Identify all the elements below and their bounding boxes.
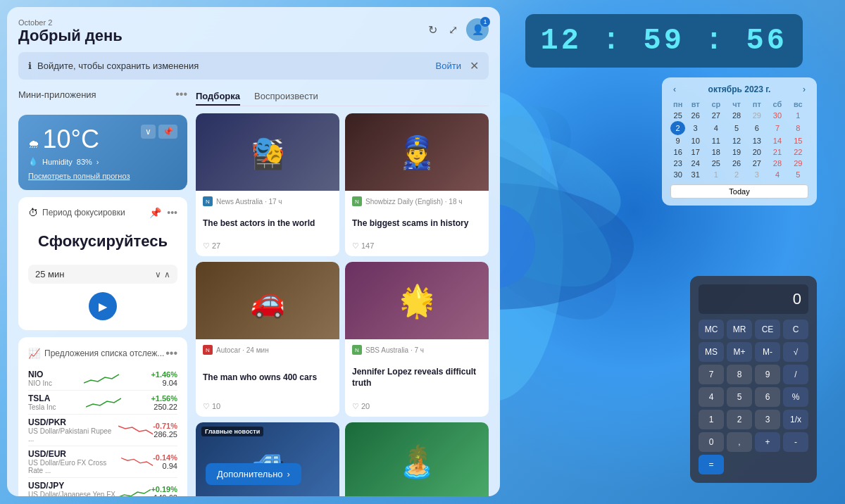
focus-timer-up-btn[interactable]: ∧ [164, 270, 170, 279]
expand-button[interactable]: ⤢ [446, 20, 461, 39]
calendar-day[interactable]: 17 [685, 146, 706, 158]
stock-item[interactable]: USD/JPY US Dollar/Japanese Yen FX ... +0… [28, 478, 177, 496]
close-banner-button[interactable]: ✕ [470, 59, 479, 73]
calendar-day[interactable]: 2 [727, 169, 747, 180]
news-card[interactable]: 👮 N Showbizz Daily (English) · 18 ч The … [345, 113, 489, 256]
calendar-day[interactable]: 25 [670, 110, 685, 121]
stock-item[interactable]: TSLA Tesla Inc +1.56% 250.22 [28, 391, 177, 415]
calendar-day[interactable]: 23 [670, 158, 685, 169]
calc-btn-eq[interactable]: = [699, 455, 724, 474]
focus-play-btn[interactable]: ▶ [89, 292, 117, 320]
calendar-day[interactable]: 24 [685, 158, 706, 169]
calendar-day[interactable]: 15 [788, 135, 808, 146]
calendar-day[interactable]: 9 [670, 135, 685, 146]
calendar-day[interactable]: 16 [670, 146, 685, 158]
calc-btn-Mminus[interactable]: M- [755, 342, 780, 362]
stock-item[interactable]: USD/PKR US Dollar/Pakistani Rupee ... -0… [28, 415, 177, 446]
calendar-day[interactable]: 29 [746, 110, 767, 121]
calc-btn-1[interactable]: 1 [699, 410, 724, 429]
more-button[interactable]: Дополнительно › [206, 463, 301, 485]
calendar-day[interactable]: 30 [670, 169, 685, 180]
calendar-day[interactable]: 28 [767, 158, 788, 169]
profile-icon[interactable]: 👤 1 [466, 18, 489, 41]
calc-btn-6[interactable]: 6 [755, 387, 780, 407]
calendar-next-btn[interactable]: › [800, 84, 808, 94]
calendar-prev-btn[interactable]: ‹ [670, 84, 679, 94]
calendar-day[interactable]: 30 [767, 110, 788, 121]
watchlist-more-btn[interactable]: ••• [165, 347, 177, 360]
calc-btn-sqrt[interactable]: √ [783, 342, 808, 362]
calc-btn-3[interactable]: 3 [755, 410, 780, 429]
news-card[interactable]: 🎭 N News Australia · 17 ч The best actor… [196, 113, 339, 256]
news-card[interactable]: Главные новости🚙 N InsideEVs Global · 8 … [196, 422, 339, 496]
calc-btn-MR[interactable]: MR [727, 320, 752, 339]
stock-item[interactable]: NIO NIO Inc +1.46% 9.04 [28, 367, 177, 391]
calendar-day[interactable]: 22 [788, 146, 808, 158]
calendar-day[interactable]: 13 [746, 135, 767, 146]
calendar-day[interactable]: 26 [727, 158, 747, 169]
mini-apps-more-btn[interactable]: ••• [175, 88, 187, 101]
calc-btn-1divx[interactable]: 1/x [783, 410, 808, 429]
calc-btn-div[interactable]: / [783, 365, 808, 384]
news-like-btn[interactable]: ♡ 20 [352, 402, 370, 411]
calendar-day[interactable]: 29 [788, 158, 808, 169]
weather-forecast-link[interactable]: Посмотреть полный прогноз [28, 172, 177, 180]
calendar-day[interactable]: 12 [727, 135, 747, 146]
calendar-day[interactable]: 6 [746, 121, 767, 135]
calendar-day[interactable]: 5 [727, 121, 747, 135]
calc-btn-Mplus[interactable]: M+ [727, 342, 752, 362]
calc-btn-CE[interactable]: CE [755, 320, 780, 339]
refresh-button[interactable]: ↻ [425, 20, 440, 39]
news-like-btn[interactable]: ♡ 10 [203, 402, 220, 411]
calendar-day[interactable]: 26 [685, 110, 706, 121]
calendar-day[interactable]: 3 [685, 121, 706, 135]
focus-timer-down-btn[interactable]: ∨ [155, 270, 161, 279]
calendar-day[interactable]: 2 [670, 121, 685, 135]
calendar-day[interactable]: 25 [706, 158, 727, 169]
stock-item[interactable]: USD/EUR US Dollar/Euro FX Cross Rate ...… [28, 446, 177, 478]
calendar-day[interactable]: 27 [746, 158, 767, 169]
calendar-today-btn[interactable]: Today [670, 184, 808, 199]
calendar-day[interactable]: 1 [788, 110, 808, 121]
focus-more-btn[interactable]: ••• [167, 207, 177, 218]
calendar-day[interactable]: 11 [706, 135, 727, 146]
calendar-day[interactable]: 5 [788, 169, 808, 180]
calc-btn-minus[interactable]: - [783, 432, 808, 452]
calendar-day[interactable]: 14 [767, 135, 788, 146]
calc-btn-5[interactable]: 5 [727, 387, 752, 407]
calendar-day[interactable]: 27 [706, 110, 727, 121]
calc-btn-MS[interactable]: MS [699, 342, 724, 362]
news-card[interactable]: 🚗 N Autocar · 24 мин The man who owns 40… [196, 262, 339, 417]
calc-btn-0[interactable]: 0 [699, 432, 724, 452]
calendar-day[interactable]: 8 [788, 121, 808, 135]
calc-btn-4[interactable]: 4 [699, 387, 724, 407]
calc-btn-,[interactable]: , [727, 432, 752, 452]
calc-btn-2[interactable]: 2 [727, 410, 752, 429]
tab-vosproizved[interactable]: Воспроизвести [254, 88, 318, 106]
calendar-day[interactable]: 10 [685, 135, 706, 146]
news-like-btn[interactable]: ♡ 147 [352, 241, 374, 251]
calc-btn-8[interactable]: 8 [727, 365, 752, 384]
calc-btn-C[interactable]: C [783, 320, 808, 339]
calendar-day[interactable]: 7 [767, 121, 788, 135]
news-card[interactable]: 🌟 N SBS Australia · 7 ч Jennifer Lopez r… [345, 262, 489, 417]
weather-chevron-btn[interactable]: ∨ [141, 125, 156, 139]
calc-btn-7[interactable]: 7 [699, 365, 724, 384]
calendar-day[interactable]: 1 [706, 169, 727, 180]
login-button[interactable]: Войти [436, 61, 461, 71]
calendar-day[interactable]: 4 [767, 169, 788, 180]
news-like-btn[interactable]: ♡ 27 [203, 241, 220, 251]
calendar-day[interactable]: 18 [706, 146, 727, 158]
calendar-day[interactable]: 21 [767, 146, 788, 158]
calendar-day[interactable]: 19 [727, 146, 747, 158]
calc-btn-MC[interactable]: MC [699, 320, 724, 339]
calendar-day[interactable]: 4 [706, 121, 727, 135]
weather-pin-btn[interactable]: 📌 [158, 125, 177, 139]
calc-btn-pct[interactable]: % [783, 387, 808, 407]
calendar-day[interactable]: 3 [746, 169, 767, 180]
calendar-day[interactable]: 20 [746, 146, 767, 158]
tab-podborka[interactable]: Подборка [196, 88, 240, 106]
calendar-day[interactable]: 31 [685, 169, 706, 180]
calc-btn-plus[interactable]: + [755, 432, 780, 452]
calc-btn-9[interactable]: 9 [755, 365, 780, 384]
